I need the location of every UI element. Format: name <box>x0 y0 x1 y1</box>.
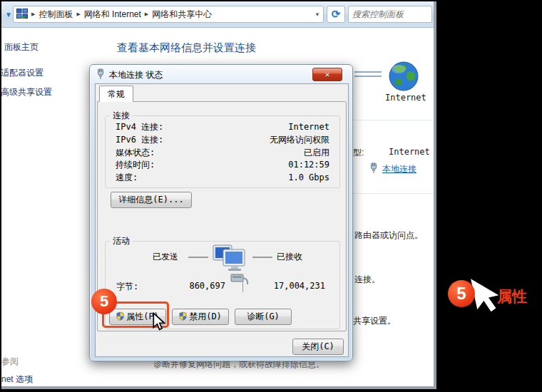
access-type-label: 型: <box>353 147 364 159</box>
disable-button[interactable]: 禁用(D) <box>172 309 229 325</box>
row-ipv4-value: Internet <box>288 121 329 134</box>
address-dropdown-icon[interactable]: ▼ <box>315 11 320 18</box>
dialog-title: 本地连接 状态 <box>109 69 163 81</box>
row-ipv6-label: IPv6 连接: <box>116 134 163 147</box>
step-number: 5 <box>456 284 466 304</box>
search-input[interactable] <box>349 6 431 22</box>
row-media-state-value: 已启用 <box>304 147 329 160</box>
breadcrumb-network-sharing-center[interactable]: 网络和共享中心 <box>152 9 212 21</box>
clipped-text-connect: 连接。 <box>354 274 380 286</box>
close-icon[interactable]: ✕ <box>312 68 342 81</box>
breadcrumb-separator-icon: ▶ <box>31 11 35 17</box>
row-ipv4: IPv4 连接: Internet <box>106 121 339 134</box>
callout-properties-label: 属性 <box>497 287 527 306</box>
dialog-plug-icon <box>96 68 105 82</box>
connection-plug-icon <box>369 163 378 177</box>
sidebar-item-adapter[interactable]: 适配器设置 <box>1 67 44 79</box>
refresh-icon: ⟳ <box>332 8 341 21</box>
bytes-sent-value: 860,697 <box>163 281 225 291</box>
sidebar-item-sharing[interactable]: 高级共享设置 <box>1 86 52 98</box>
screenshot-canvas: ▼ ▶ 控制面板 ▶ 网络和 Internet ▶ 网络和共享中心 <box>0 0 542 392</box>
network-map-line <box>354 71 382 73</box>
row-ipv6-value: 无网络访问权限 <box>270 134 329 147</box>
diagnose-button[interactable]: 诊断(G) <box>235 309 292 325</box>
breadcrumb-control-panel[interactable]: 控制面板 <box>39 9 73 21</box>
sidebar-item-inet-options[interactable]: net 选项 <box>1 373 33 386</box>
uac-shield-icon <box>179 311 187 323</box>
access-type-value: Internet <box>389 147 430 157</box>
disable-button-label: 禁用(D) <box>189 311 222 323</box>
internet-globe-icon <box>387 61 421 96</box>
row-media-state: 媒体状态: 已启用 <box>106 147 339 160</box>
sent-label: 已发送 <box>153 251 178 263</box>
breadcrumb-address-bar[interactable]: ▶ 控制面板 ▶ 网络和 Internet ▶ 网络和共享中心 ▼ <box>13 6 324 23</box>
step-number: 5 <box>100 292 108 311</box>
breadcrumb-separator-icon: ▶ <box>76 11 80 17</box>
page-title: 查看基本网络信息并设置连接 <box>117 41 256 55</box>
clipped-text-router: 路由器或访问点。 <box>354 229 423 242</box>
connection-group-label: 连接 <box>110 110 133 122</box>
close-button-label: 关闭(C) <box>302 341 334 353</box>
activity-group-label: 活动 <box>110 235 133 247</box>
sent-dash <box>188 257 208 258</box>
close-x-glyph: ✕ <box>325 70 330 79</box>
details-button-label: 详细信息(E)... <box>118 194 183 206</box>
bytes-label: 字节: <box>116 281 138 293</box>
tab-general[interactable]: 常规 <box>99 86 133 102</box>
bytes-divider <box>242 277 243 292</box>
row-duration: 持续时间: 01:12:59 <box>106 159 339 172</box>
row-duration-value: 01:12:59 <box>288 159 329 172</box>
clipped-text-sharing: 共享设置。 <box>353 315 396 327</box>
close-button[interactable]: 关闭(C) <box>292 339 344 355</box>
globe-label: Internet <box>385 93 424 103</box>
row-speed: 速度: 1.0 Gbps <box>106 172 339 185</box>
row-speed-label: 速度: <box>116 172 138 185</box>
step-number-badge: 5 <box>91 289 117 314</box>
sidebar-item-home[interactable]: 面板主页 <box>4 41 39 53</box>
row-duration-label: 持续时间: <box>116 159 155 172</box>
sidebar-see-also-label: 参阅 <box>1 356 19 368</box>
back-nav-arrow-icon[interactable]: ▼ <box>5 11 12 19</box>
step-number-badge-margin: 5 <box>448 280 475 307</box>
local-connection-link[interactable]: 本地连接 <box>382 163 416 175</box>
tab-general-label: 常规 <box>108 88 125 100</box>
received-dash <box>252 257 272 258</box>
breadcrumb-separator-icon: ▶ <box>145 11 148 17</box>
row-ipv6: IPv6 连接: 无网络访问权限 <box>106 134 339 147</box>
breadcrumb-network-internet[interactable]: 网络和 Internet <box>84 9 141 21</box>
connection-groupbox: 连接 IPv4 连接: Internet IPv6 连接: 无网络访问权限 媒体… <box>105 115 340 188</box>
row-speed-value: 1.0 Gbps <box>288 172 329 185</box>
search-box[interactable] <box>348 6 432 23</box>
diagnose-button-label: 诊断(G) <box>247 311 280 323</box>
details-button[interactable]: 详细信息(E)... <box>111 192 192 208</box>
row-media-state-label: 媒体状态: <box>116 147 155 160</box>
row-ipv4-label: IPv4 连接: <box>116 121 163 134</box>
mouse-cursor-icon <box>152 312 166 335</box>
network-places-icon <box>16 9 28 21</box>
refresh-button[interactable]: ⟳ <box>327 6 345 23</box>
network-map-line <box>354 76 382 77</box>
bytes-received-value: 17,004,231 <box>251 281 325 291</box>
address-toolbar: ▼ ▶ 控制面板 ▶ 网络和 Internet ▶ 网络和共享中心 <box>1 1 434 28</box>
received-label: 已接收 <box>277 251 302 263</box>
